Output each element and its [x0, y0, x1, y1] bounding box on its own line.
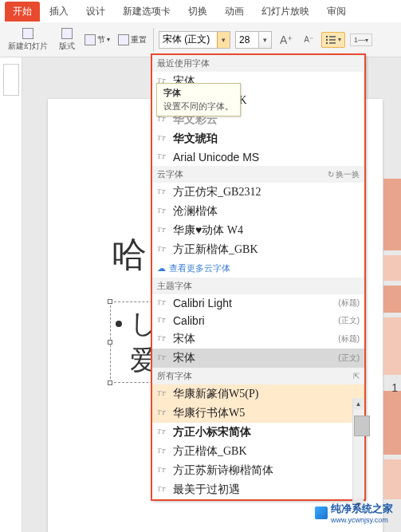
- font-type-icon: Tᴛ: [157, 485, 168, 495]
- bullet-dot-icon: [116, 321, 122, 327]
- font-type-icon: Tᴛ: [157, 316, 168, 325]
- font-option[interactable]: Tᴛ宋体(标题): [152, 329, 364, 349]
- increase-font-button[interactable]: A⁺: [277, 33, 296, 46]
- font-type-icon: Tᴛ: [157, 187, 168, 197]
- font-option[interactable]: Tᴛ华文琥珀: [152, 129, 364, 148]
- watermark-logo-icon: [315, 506, 328, 519]
- font-name: 方正新楷体_GBK: [173, 242, 360, 257]
- font-size-dropdown[interactable]: ▾: [258, 32, 271, 48]
- font-option[interactable]: TᴛCalibri(正文): [152, 312, 364, 329]
- font-size-combo[interactable]: ▾: [235, 31, 272, 49]
- slide-thumbnail[interactable]: [3, 64, 19, 96]
- font-name: 华康新篆俏W5(P): [173, 387, 360, 401]
- reset-button[interactable]: 重置: [116, 33, 148, 46]
- font-option[interactable]: Tᴛ沧澜楷体: [152, 202, 364, 221]
- more-cloud-fonts-link[interactable]: ☁查看更多云字体: [152, 259, 364, 278]
- scroll-thumb[interactable]: [354, 416, 370, 436]
- section-icon: [85, 34, 96, 45]
- cloud-icon: ☁: [157, 263, 166, 274]
- layout-icon: [61, 28, 73, 39]
- font-size-input[interactable]: [236, 34, 258, 45]
- font-type-icon: Tᴛ: [157, 334, 168, 344]
- font-option[interactable]: TᴛArial Unicode MS: [152, 148, 364, 166]
- font-list-scrollbar[interactable]: ▲ ▼: [352, 398, 364, 510]
- tab-home[interactable]: 开始: [5, 2, 40, 22]
- tab-slideshow[interactable]: 幻灯片放映: [254, 2, 317, 22]
- font-option[interactable]: Tᴛ方正小标宋简体: [152, 423, 364, 442]
- font-type-icon: Tᴛ: [157, 207, 168, 216]
- font-option[interactable]: TᴛCalibri Light(标题): [152, 294, 364, 312]
- font-name: 方正楷体_GBK: [173, 444, 360, 459]
- font-type-icon: Tᴛ: [157, 245, 168, 254]
- font-option[interactable]: Tᴛ方正苏新诗柳楷简体: [152, 461, 364, 480]
- color-chip: [383, 286, 401, 313]
- pin-icon[interactable]: ⇱: [353, 372, 360, 380]
- font-option[interactable]: Tᴛ最美于过初遇: [152, 480, 364, 499]
- decrease-font-button[interactable]: A⁻: [301, 35, 316, 44]
- font-type-icon: Tᴛ: [157, 152, 168, 162]
- tab-animation[interactable]: 动画: [217, 2, 252, 22]
- font-dropdown-panel: 最近使用字体 Tᴛ宋体Tᴛ方正楷体_GBKTᴛ华文彩云Tᴛ华文琥珀TᴛArial…: [151, 54, 365, 500]
- bullets-icon: [325, 34, 336, 45]
- new-slide-icon: [22, 28, 33, 39]
- font-option[interactable]: Tᴛ方正楷体_GBK: [152, 442, 364, 461]
- font-name: 方正苏新诗柳楷简体: [173, 463, 360, 478]
- resize-handle[interactable]: [108, 380, 112, 385]
- layout-button[interactable]: 版式: [56, 26, 78, 53]
- font-section-recent: 最近使用字体: [152, 55, 364, 72]
- chevron-down-icon: ▾: [338, 36, 341, 43]
- font-tag: (标题): [338, 333, 360, 345]
- font-name: 宋体: [173, 351, 333, 365]
- font-type-icon: Tᴛ: [157, 353, 168, 363]
- svg-point-4: [326, 41, 328, 43]
- color-chip: [383, 255, 401, 281]
- font-name: 华康行书体W5: [173, 406, 360, 420]
- color-chip: [383, 391, 401, 455]
- font-name: 方正小标宋简体: [173, 425, 360, 439]
- numbering-button[interactable]: 1—▾: [350, 33, 372, 46]
- font-family-dropdown[interactable]: ▾: [217, 32, 230, 48]
- tab-custom[interactable]: 新建选项卡: [115, 2, 179, 22]
- watermark: 纯净系统之家 www.ycwnjsy.com: [315, 502, 393, 524]
- font-type-icon: Tᴛ: [157, 134, 168, 144]
- font-name: 华文琥珀: [173, 132, 360, 146]
- font-type-icon: Tᴛ: [157, 428, 168, 437]
- ribbon-tabs: 开始 插入 设计 新建选项卡 切换 动画 幻灯片放映 审阅: [0, 0, 401, 22]
- font-name: Calibri Light: [173, 297, 333, 309]
- new-slide-button[interactable]: 新建幻灯片: [5, 26, 51, 53]
- scroll-up-icon[interactable]: ▲: [353, 398, 364, 409]
- font-type-icon: Tᴛ: [157, 466, 168, 475]
- bullets-button[interactable]: ▾: [321, 32, 345, 48]
- font-name: 方正仿宋_GB2312: [173, 185, 360, 199]
- font-name: 沧澜楷体: [173, 204, 360, 219]
- refresh-icon: ↻: [328, 170, 334, 179]
- tab-design[interactable]: 设计: [78, 2, 113, 22]
- font-family-combo[interactable]: ▾: [159, 31, 230, 49]
- font-name: 最美于过初遇: [173, 483, 360, 497]
- font-option[interactable]: Tᴛ宋体(正文): [152, 349, 364, 368]
- slide-title-text[interactable]: 哈: [112, 231, 147, 278]
- font-option[interactable]: Tᴛ华康行书体W5: [152, 404, 364, 423]
- font-option[interactable]: Tᴛ方正新楷体_GBK: [152, 240, 364, 259]
- resize-handle[interactable]: [108, 340, 112, 345]
- font-option[interactable]: Tᴛ方正仿宋_GB2312: [152, 183, 364, 202]
- font-name: 华康♥动体 W4: [173, 223, 360, 238]
- svg-rect-1: [329, 36, 336, 37]
- font-tag: (正文): [338, 353, 360, 364]
- tab-review[interactable]: 审阅: [319, 2, 354, 22]
- svg-rect-3: [329, 39, 336, 41]
- reset-icon: [118, 34, 129, 45]
- tab-insert[interactable]: 插入: [41, 2, 77, 22]
- font-option[interactable]: Tᴛ华康♥动体 W4: [152, 221, 364, 240]
- tab-transition[interactable]: 切换: [180, 2, 215, 22]
- font-section-cloud: 云字体 ↻换一换: [152, 166, 364, 183]
- font-option[interactable]: Tᴛ华康新篆俏W5(P): [152, 384, 364, 404]
- resize-handle[interactable]: [108, 299, 112, 304]
- font-family-input[interactable]: [159, 34, 217, 45]
- font-tooltip: 字体 设置不同的字体。: [156, 83, 241, 116]
- font-section-all: 所有字体 ⇱: [152, 368, 364, 384]
- svg-point-2: [326, 38, 328, 40]
- font-type-icon: Tᴛ: [157, 226, 168, 235]
- section-button[interactable]: 节▾: [83, 33, 112, 46]
- cloud-refresh-button[interactable]: ↻换一换: [328, 169, 360, 180]
